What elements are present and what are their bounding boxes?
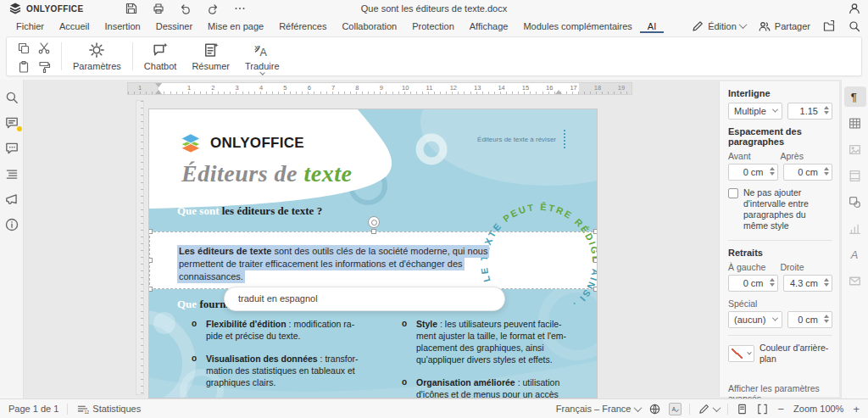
- no-interval-checkbox[interactable]: [728, 188, 738, 198]
- resize-handle[interactable]: [148, 258, 153, 263]
- bullet-text: Flexibilité d'édition : modification ra-…: [206, 318, 380, 342]
- rotate-handle[interactable]: [368, 216, 380, 228]
- zoom-in-button[interactable]: +: [851, 403, 861, 415]
- copy-icon[interactable]: [17, 42, 31, 55]
- first-line-indent-marker[interactable]: [155, 83, 162, 87]
- tab-fichier[interactable]: Fichier: [8, 20, 52, 33]
- unread-badge: [17, 126, 22, 131]
- table-settings-icon[interactable]: [844, 113, 866, 133]
- ruler-number: 19: [618, 84, 625, 92]
- language-label: Français – France: [556, 404, 632, 414]
- user-avatar-icon[interactable]: [848, 2, 861, 15]
- summarize-icon: [203, 42, 220, 59]
- shape-settings-icon[interactable]: [844, 192, 866, 212]
- spellcheck-icon[interactable]: A: [669, 403, 682, 415]
- bullet-item: oOrganisation améliorée : utilisationd'i…: [402, 376, 590, 398]
- avant-label: Avant: [728, 151, 781, 161]
- resize-handle[interactable]: [148, 287, 153, 292]
- svg-text:A: A: [850, 248, 859, 261]
- users-icon: [758, 20, 771, 33]
- document-page[interactable]: LE TEXTE PEUT ÊTRE RÉDIGÉ AINSI . ONLYOF…: [148, 109, 598, 398]
- ruler-number: 15: [522, 84, 529, 92]
- indent-right-spinner[interactable]: 4.3 cm: [783, 275, 833, 292]
- search-icon[interactable]: [3, 90, 20, 105]
- about-icon[interactable]: [3, 217, 20, 232]
- tab-collaboration[interactable]: Collaboration: [334, 20, 404, 33]
- text-selection-frame[interactable]: [149, 231, 598, 289]
- ruler-number: 12: [450, 84, 457, 92]
- format-painter-icon[interactable]: [37, 60, 51, 74]
- vertical-ruler[interactable]: [136, 100, 144, 395]
- fit-width-icon[interactable]: [756, 403, 769, 415]
- tab-ai[interactable]: AI: [640, 20, 664, 33]
- bullet-text: Style : les utilisateurs peuvent facile-…: [416, 318, 590, 365]
- chatbot-button[interactable]: Chatbot: [136, 37, 185, 75]
- globe-icon[interactable]: [648, 403, 661, 415]
- ribbon-button-label: Paramètres: [73, 61, 121, 71]
- background-color-picker[interactable]: [728, 345, 754, 362]
- edition-mode-button[interactable]: Édition: [691, 20, 746, 33]
- bullet-marker: o: [192, 353, 206, 388]
- share-label: Partager: [775, 21, 810, 31]
- tab-modules-complementaires[interactable]: Modules complémentaires: [515, 20, 639, 33]
- more-icon[interactable]: [233, 2, 247, 15]
- special-indent-spinner[interactable]: 0 cm: [787, 311, 832, 328]
- resumer-button[interactable]: Résumer: [184, 37, 237, 75]
- chevron-down-icon: [738, 20, 747, 29]
- zoom-out-button[interactable]: −: [776, 403, 787, 415]
- fit-page-icon[interactable]: [736, 403, 748, 415]
- save-icon[interactable]: [125, 2, 138, 15]
- parametres-button[interactable]: Paramètres: [65, 37, 129, 75]
- interligne-label: Interligne: [728, 88, 832, 98]
- line-spacing-value-spinner[interactable]: 1.15: [787, 103, 832, 120]
- svg-text:12: 12: [85, 409, 90, 414]
- titlebar: ONLYOFFICE Que sont les éditeurs de text…: [0, 0, 868, 17]
- feedback-icon[interactable]: [3, 192, 20, 207]
- indent-left-spinner[interactable]: 0 cm: [728, 275, 778, 292]
- resize-handle[interactable]: [593, 229, 598, 234]
- bullet-columns: oFlexibilité d'édition : modification ra…: [192, 318, 583, 398]
- tab-accueil[interactable]: Accueil: [52, 20, 97, 33]
- tab-insertion[interactable]: Insertion: [97, 20, 147, 33]
- paragraph-settings-icon[interactable]: ¶: [844, 86, 866, 107]
- undo-icon[interactable]: [179, 2, 192, 15]
- resize-handle[interactable]: [593, 258, 598, 263]
- cut-icon[interactable]: [37, 42, 51, 55]
- print-icon[interactable]: [152, 2, 165, 15]
- ribbon-separator: [132, 42, 133, 70]
- horizontal-ruler[interactable]: 112345678910111213141516171819: [127, 82, 632, 95]
- tab-mise-en-page[interactable]: Mise en page: [200, 20, 271, 33]
- search-icon[interactable]: [848, 20, 861, 33]
- paste-icon[interactable]: [17, 60, 31, 74]
- svg-text:¶: ¶: [851, 91, 857, 103]
- comments-icon[interactable]: [3, 115, 20, 131]
- traduire-button[interactable]: xATraduire: [237, 37, 287, 75]
- track-changes-button[interactable]: [698, 403, 720, 415]
- tab-references[interactable]: Références: [271, 20, 334, 33]
- resize-handle[interactable]: [593, 287, 598, 292]
- special-indent-select[interactable]: (aucun): [728, 311, 782, 328]
- chat-icon[interactable]: [3, 141, 20, 156]
- left-indent-marker[interactable]: [155, 90, 162, 94]
- line-spacing-select[interactable]: Multiple: [728, 103, 782, 120]
- tab-affichage[interactable]: Affichage: [462, 20, 516, 33]
- navigation-icon[interactable]: [3, 166, 20, 181]
- spacing-after-spinner[interactable]: 0 cm: [783, 164, 833, 181]
- ruler-number: 10: [402, 84, 409, 92]
- statistics-button[interactable]: 12 Statistiques: [76, 403, 141, 415]
- translate-icon: xA: [253, 42, 270, 59]
- textart-settings-icon[interactable]: A: [844, 244, 866, 265]
- no-interval-checkbox-row[interactable]: Ne pas ajouter d'intervalle entre paragr…: [728, 187, 832, 231]
- spacing-before-spinner[interactable]: 0 cm: [728, 164, 778, 181]
- open-file-location-icon[interactable]: [822, 20, 836, 33]
- page-number[interactable]: Page 1 de 1: [8, 404, 58, 414]
- language-selector[interactable]: Français – France: [556, 404, 641, 414]
- share-button[interactable]: Partager: [758, 20, 810, 33]
- tab-protection[interactable]: Protection: [404, 20, 462, 33]
- resize-handle[interactable]: [148, 229, 153, 234]
- resize-handle[interactable]: [371, 229, 376, 234]
- ribbon-button-label: Résumer: [192, 61, 230, 71]
- tab-dessiner[interactable]: Dessiner: [148, 20, 200, 33]
- right-indent-marker[interactable]: [555, 90, 562, 94]
- redo-icon[interactable]: [206, 2, 220, 15]
